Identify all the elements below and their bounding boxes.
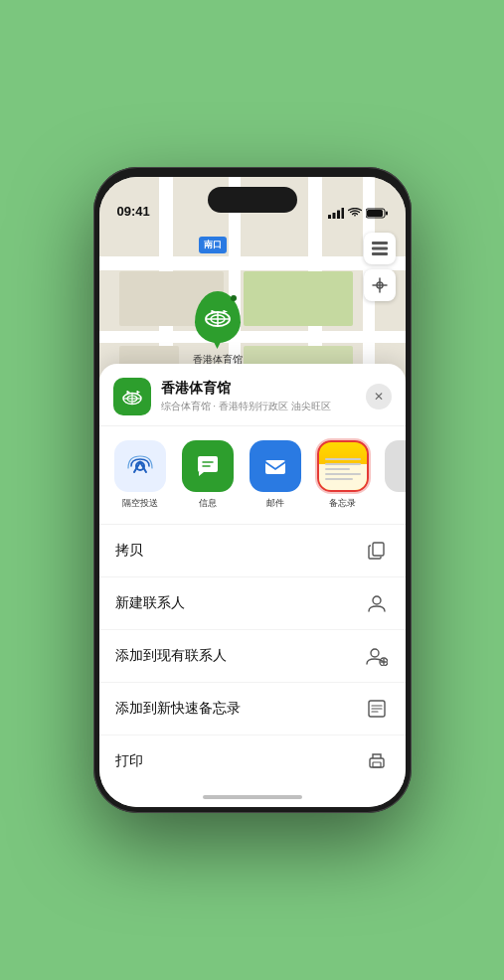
status-time: 09:41 (117, 204, 150, 219)
map-label: 南口 (199, 237, 227, 253)
action-add-notes[interactable]: 添加到新快速备忘录 (99, 683, 406, 735)
close-button[interactable]: ✕ (366, 384, 392, 409)
share-row: 隔空投送 信息 (99, 426, 406, 525)
notes-label: 备忘录 (329, 497, 356, 510)
dynamic-island (208, 187, 297, 213)
stadium-marker[interactable]: 香港体育馆 (193, 291, 243, 367)
svg-point-33 (371, 649, 379, 657)
print-label: 打印 (115, 752, 143, 770)
share-item-mail[interactable]: 邮件 (247, 440, 304, 510)
action-add-existing[interactable]: 添加到现有联系人 (99, 630, 406, 683)
stadium-pin (195, 291, 241, 343)
action-print[interactable]: 打印 (99, 735, 406, 787)
share-item-airdrop[interactable]: 隔空投送 (111, 440, 169, 510)
copy-icon (364, 538, 390, 564)
sheet-header: 香港体育馆 综合体育馆 · 香港特别行政区 油尖旺区 ✕ (99, 364, 406, 426)
svg-marker-18 (224, 310, 228, 313)
svg-rect-6 (386, 212, 388, 216)
svg-rect-7 (372, 242, 388, 245)
airdrop-label: 隔空投送 (122, 497, 158, 510)
svg-rect-30 (265, 460, 285, 474)
sheet-title: 香港体育馆 综合体育馆 · 香港特别行政区 油尖旺区 (161, 380, 366, 413)
airdrop-icon-wrap (114, 440, 166, 492)
battery-icon (366, 208, 388, 219)
wifi-icon (348, 208, 362, 219)
venue-subtitle: 综合体育馆 · 香港特别行政区 油尖旺区 (161, 400, 366, 413)
action-copy[interactable]: 拷贝 (99, 525, 406, 577)
svg-rect-8 (372, 247, 388, 250)
add-notes-label: 添加到新快速备忘录 (115, 700, 241, 718)
print-icon (364, 748, 390, 774)
copy-label: 拷贝 (115, 542, 143, 560)
mail-label: 邮件 (266, 497, 284, 510)
bottom-sheet: 香港体育馆 综合体育馆 · 香港特别行政区 油尖旺区 ✕ (99, 364, 406, 807)
share-item-more[interactable]: 提 (382, 440, 406, 510)
add-existing-label: 添加到现有联系人 (115, 647, 227, 665)
action-list: 拷贝 新建联系人 (99, 525, 406, 787)
status-icons (328, 208, 388, 219)
venue-icon (113, 378, 151, 415)
mail-icon-wrap (250, 440, 301, 492)
new-contact-icon (364, 590, 390, 616)
venue-name: 香港体育馆 (161, 380, 366, 398)
svg-rect-1 (332, 213, 335, 219)
home-indicator (203, 795, 302, 799)
svg-rect-42 (373, 762, 381, 767)
svg-marker-26 (137, 391, 140, 394)
share-item-message[interactable]: 信息 (179, 440, 237, 510)
svg-rect-9 (372, 252, 388, 255)
svg-rect-0 (328, 215, 331, 219)
map-layers-button[interactable] (364, 233, 396, 264)
svg-rect-31 (373, 543, 384, 556)
stadium-pin-dot (231, 295, 237, 301)
message-icon-wrap (182, 440, 234, 492)
notes-icon-wrap (317, 440, 369, 492)
svg-rect-3 (341, 208, 344, 219)
phone-screen: 09:41 (99, 177, 406, 807)
add-notes-icon (364, 696, 390, 722)
svg-rect-2 (337, 211, 340, 220)
new-contact-label: 新建联系人 (115, 594, 185, 612)
svg-point-32 (373, 596, 381, 604)
signal-icon (328, 208, 344, 219)
location-button[interactable] (364, 269, 396, 301)
share-item-notes[interactable]: 备忘录 (314, 440, 372, 510)
message-label: 信息 (199, 497, 217, 510)
add-existing-icon (364, 643, 390, 669)
phone-shell: 09:41 (93, 167, 412, 813)
action-new-contact[interactable]: 新建联系人 (99, 577, 406, 630)
more-icon-wrap (385, 440, 406, 492)
svg-rect-5 (367, 210, 383, 217)
